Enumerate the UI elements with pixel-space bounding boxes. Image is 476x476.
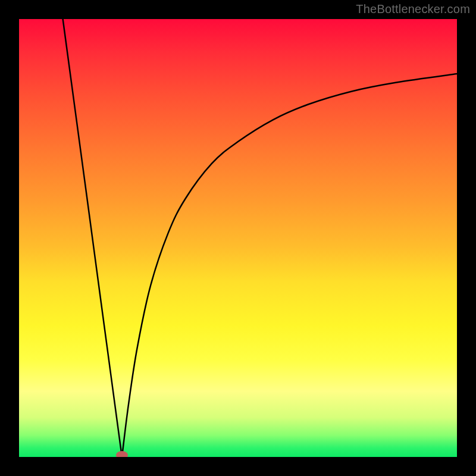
chart-plot-area: [19, 19, 457, 457]
curve-right-branch: [122, 74, 457, 457]
curve-left-branch: [63, 19, 122, 457]
watermark-text: TheBottlenecker.com: [356, 2, 470, 16]
chart-frame: TheBottlenecker.com: [0, 0, 476, 476]
minimum-marker: [116, 451, 128, 457]
chart-svg: [19, 19, 457, 457]
